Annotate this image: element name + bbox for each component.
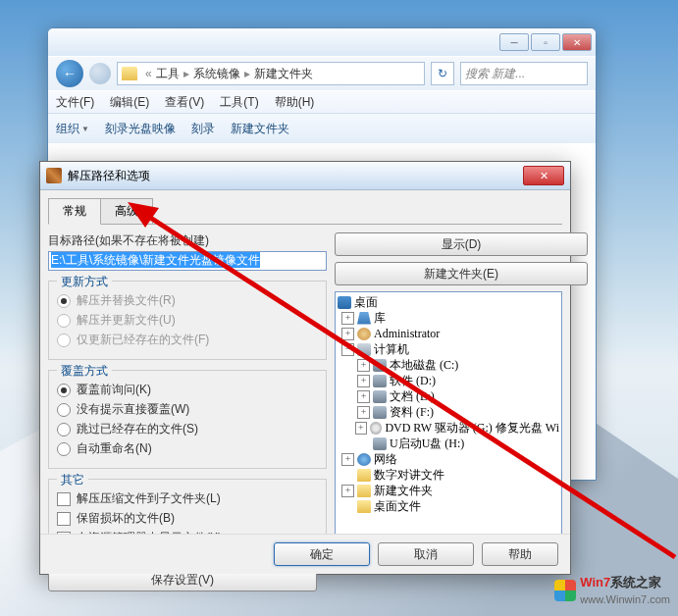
organize-button[interactable]: 组织 ▼ xyxy=(56,121,89,137)
tree-node[interactable]: 桌面文件 xyxy=(374,498,421,515)
group-title: 覆盖方式 xyxy=(57,363,112,380)
radio-extract-update[interactable]: 解压并更新文件(U) xyxy=(57,312,318,329)
menu-file[interactable]: 文件(F) xyxy=(56,94,94,111)
collapse-icon[interactable]: − xyxy=(341,343,354,356)
breadcrumb-item[interactable]: 新建文件夹 xyxy=(254,66,313,82)
expand-icon[interactable]: + xyxy=(341,312,354,325)
menu-help[interactable]: 帮助(H) xyxy=(275,94,315,111)
expand-icon[interactable]: + xyxy=(357,359,370,372)
extract-dialog: 解压路径和选项 ✕ 常规 高级 目标路径(如果不存在将被创建) E:\工具\系统… xyxy=(39,161,571,575)
drive-icon xyxy=(373,406,387,419)
cancel-button[interactable]: 取消 xyxy=(378,542,474,566)
desktop-icon xyxy=(338,296,351,309)
display-button[interactable]: 显示(D) xyxy=(335,232,588,256)
tree-node[interactable]: U启动U盘 (H:) xyxy=(390,436,464,452)
expand-icon[interactable]: + xyxy=(357,375,370,387)
folder-icon xyxy=(122,67,137,80)
explorer-navbar: ← « 工具 ▸ 系统镜像 ▸ 新建文件夹 ↻ 搜索 新建... xyxy=(48,56,596,90)
menu-edit[interactable]: 编辑(E) xyxy=(110,94,149,111)
tree-node[interactable]: 桌面 xyxy=(354,294,378,311)
close-button[interactable]: ✕ xyxy=(562,33,592,51)
tree-node[interactable]: 本地磁盘 (C:) xyxy=(390,357,458,374)
tree-node[interactable]: 新建文件夹 xyxy=(374,483,433,499)
drive-icon xyxy=(373,390,387,403)
radio-ask-overwrite[interactable]: 覆盖前询问(K) xyxy=(57,382,318,398)
check-subfolder[interactable]: 解压压缩文件到子文件夹(L) xyxy=(57,490,318,507)
expand-icon[interactable]: + xyxy=(341,328,354,340)
computer-icon xyxy=(357,343,371,356)
explorer-toolbar: 组织 ▼ 刻录光盘映像 刻录 新建文件夹 xyxy=(48,113,596,143)
radio-overwrite-noprompt[interactable]: 没有提示直接覆盖(W) xyxy=(57,401,318,418)
breadcrumb-item[interactable]: 系统镜像 xyxy=(193,66,240,82)
tree-node[interactable]: 库 xyxy=(374,310,386,327)
back-button[interactable]: ← xyxy=(56,60,83,87)
group-title: 更新方式 xyxy=(57,274,112,290)
group-title: 其它 xyxy=(57,472,88,488)
expand-icon[interactable]: + xyxy=(357,390,370,403)
tree-node[interactable]: Administrator xyxy=(374,327,440,341)
dvd-icon xyxy=(370,422,383,435)
minimize-button[interactable]: ─ xyxy=(499,33,529,51)
tree-node[interactable]: 网络 xyxy=(374,451,397,468)
expand-icon[interactable]: + xyxy=(341,485,354,497)
breadcrumb-item[interactable]: 工具 xyxy=(156,66,180,82)
tree-node[interactable]: 计算机 xyxy=(374,341,409,358)
usb-icon xyxy=(373,437,387,450)
radio-skip-existing[interactable]: 跳过已经存在的文件(S) xyxy=(57,421,318,437)
destination-path-input[interactable]: E:\工具\系统镜像\新建文件光盘镜像文件 xyxy=(48,251,327,271)
menu-tools[interactable]: 工具(T) xyxy=(220,94,258,111)
tab-general[interactable]: 常规 xyxy=(48,198,101,225)
expand-icon[interactable]: + xyxy=(341,453,354,466)
update-mode-group: 更新方式 解压并替换文件(R) 解压并更新文件(U) 仅更新已经存在的文件(F) xyxy=(48,281,327,360)
help-button[interactable]: 帮助 xyxy=(482,542,558,566)
radio-extract-replace[interactable]: 解压并替换文件(R) xyxy=(57,292,318,309)
tree-node[interactable]: 软件 (D:) xyxy=(390,373,436,389)
watermark-brand: 系统之家 xyxy=(610,575,661,590)
new-folder-button[interactable]: 新建文件夹 xyxy=(231,121,289,137)
ok-button[interactable]: 确定 xyxy=(274,542,370,566)
overwrite-mode-group: 覆盖方式 覆盖前询问(K) 没有提示直接覆盖(W) 跳过已经存在的文件(S) 自… xyxy=(48,370,327,469)
tabs: 常规 高级 xyxy=(48,198,562,225)
path-label: 目标路径(如果不存在将被创建) xyxy=(48,232,327,249)
radio-update-existing[interactable]: 仅更新已经存在的文件(F) xyxy=(57,332,318,348)
watermark-url: www.Winwin7.com xyxy=(580,593,670,605)
tab-advanced[interactable]: 高级 xyxy=(100,198,153,224)
burn-iso-button[interactable]: 刻录光盘映像 xyxy=(105,121,176,137)
drive-icon xyxy=(373,375,387,387)
dialog-close-button[interactable]: ✕ xyxy=(523,166,564,185)
search-input[interactable]: 搜索 新建... xyxy=(460,62,588,85)
dialog-titlebar[interactable]: 解压路径和选项 ✕ xyxy=(40,162,570,190)
folder-tree[interactable]: 桌面 +库 +Administrator −计算机 +本地磁盘 (C:) +软件… xyxy=(335,291,562,548)
folder-icon xyxy=(357,500,371,513)
expand-icon[interactable]: + xyxy=(357,406,370,419)
drive-icon xyxy=(373,359,387,372)
tree-node[interactable]: 数字对讲文件 xyxy=(374,467,444,484)
tree-node[interactable]: 资料 (F:) xyxy=(390,404,434,421)
explorer-titlebar[interactable]: ─ ▫ ✕ xyxy=(48,28,596,56)
explorer-menubar: 文件(F) 编辑(E) 查看(V) 工具(T) 帮助(H) xyxy=(48,90,596,113)
refresh-button[interactable]: ↻ xyxy=(431,62,454,85)
burn-button[interactable]: 刻录 xyxy=(191,121,215,137)
forward-button[interactable] xyxy=(89,63,111,84)
new-folder-button[interactable]: 新建文件夹(E) xyxy=(335,262,588,285)
dialog-title: 解压路径和选项 xyxy=(68,168,523,184)
watermark: Win7系统之家 www.Winwin7.com xyxy=(554,574,670,606)
network-icon xyxy=(357,453,371,466)
winrar-icon xyxy=(46,168,62,183)
library-icon xyxy=(357,312,371,325)
watermark-brand: Win7 xyxy=(580,575,610,590)
dialog-button-row: 确定 取消 帮助 xyxy=(40,534,570,574)
maximize-button[interactable]: ▫ xyxy=(531,33,560,51)
radio-auto-rename[interactable]: 自动重命名(N) xyxy=(57,440,318,457)
expand-icon[interactable]: + xyxy=(355,422,367,435)
breadcrumb-sep: « xyxy=(145,67,152,80)
tree-node[interactable]: DVD RW 驱动器 (G:) 修复光盘 Wi xyxy=(385,420,559,436)
breadcrumb[interactable]: « 工具 ▸ 系统镜像 ▸ 新建文件夹 xyxy=(117,62,425,85)
menu-view[interactable]: 查看(V) xyxy=(165,94,204,111)
user-icon xyxy=(357,328,371,340)
folder-icon xyxy=(357,485,371,497)
windows-logo-icon xyxy=(554,580,576,601)
tree-node[interactable]: 文档 (E:) xyxy=(390,388,435,405)
check-keep-broken[interactable]: 保留损坏的文件(B) xyxy=(57,510,318,527)
folder-icon xyxy=(357,469,371,482)
